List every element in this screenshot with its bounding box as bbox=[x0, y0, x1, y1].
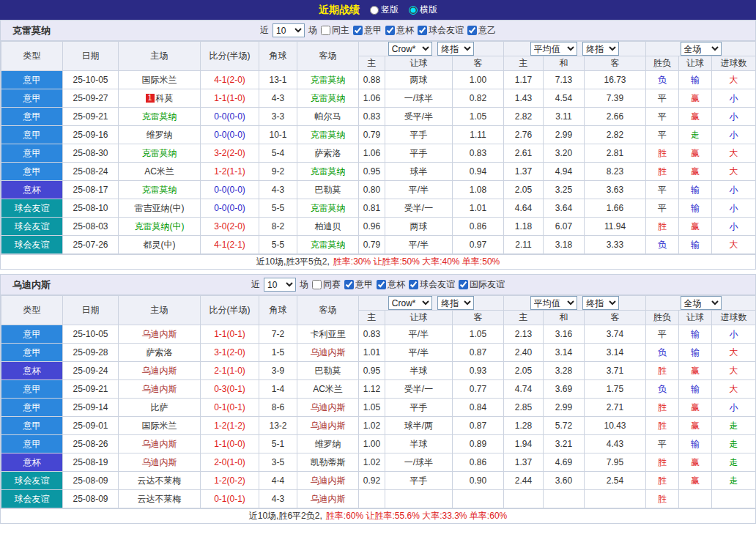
home-team[interactable]: 萨索洛 bbox=[119, 344, 201, 362]
score-cell[interactable]: 4-1(2-1) bbox=[201, 236, 259, 254]
home-team[interactable]: 克雷莫纳 bbox=[119, 181, 201, 199]
away-team[interactable]: 卡利亚里 bbox=[297, 325, 359, 344]
score-cell[interactable]: 0-0(0-0) bbox=[201, 108, 259, 126]
home-team[interactable]: AC米兰 bbox=[119, 163, 201, 181]
recent-count-select[interactable]: 10 bbox=[264, 278, 296, 292]
home-team[interactable]: 乌迪内斯 bbox=[119, 380, 201, 399]
score-cell[interactable]: 3-0(2-0) bbox=[201, 218, 259, 236]
score-cell[interactable]: 1-1(0-1) bbox=[201, 325, 259, 344]
home-team[interactable]: 乌迪内斯 bbox=[119, 435, 201, 453]
average-select[interactable]: 平均值 bbox=[530, 42, 577, 56]
score-cell[interactable]: 0-1(0-1) bbox=[201, 399, 259, 417]
home-team[interactable]: 国际米兰 bbox=[119, 417, 201, 435]
score-cell[interactable]: 0-3(0-1) bbox=[201, 380, 259, 399]
avg-odds-draw bbox=[544, 490, 585, 508]
home-team[interactable]: 云达不莱梅 bbox=[119, 490, 201, 508]
horizontal-radio-input[interactable] bbox=[409, 6, 418, 15]
score-cell[interactable]: 0-0(0-0) bbox=[201, 126, 259, 144]
away-team[interactable]: 柏迪贝 bbox=[297, 218, 359, 236]
score-cell[interactable]: 0-0(0-0) bbox=[201, 199, 259, 218]
away-team[interactable]: 巴勒莫 bbox=[297, 181, 359, 199]
checkbox-input[interactable] bbox=[377, 280, 386, 289]
score-cell[interactable]: 2-1(1-0) bbox=[201, 362, 259, 380]
filter-checkbox-意杯[interactable]: 意杯 bbox=[385, 24, 414, 37]
checkbox-input[interactable] bbox=[353, 26, 363, 35]
average-select[interactable]: 平均值 bbox=[530, 296, 577, 310]
score-cell[interactable]: 3-1(2-0) bbox=[201, 344, 259, 362]
checkbox-input[interactable] bbox=[459, 280, 468, 289]
home-team-name: 乌迪内斯 bbox=[142, 329, 177, 339]
checkbox-input[interactable] bbox=[312, 280, 322, 289]
away-team[interactable]: 帕尔马 bbox=[297, 108, 359, 126]
home-team[interactable]: 克雷莫纳(中) bbox=[119, 218, 201, 236]
home-team[interactable]: 克雷莫纳 bbox=[119, 108, 201, 126]
away-team[interactable]: 乌迪内斯 bbox=[297, 417, 359, 435]
score-cell[interactable]: 2-0(1-0) bbox=[201, 453, 259, 472]
score-cell[interactable]: 1-2(0-2) bbox=[201, 472, 259, 490]
odds-stage-select[interactable]: 终指 bbox=[437, 296, 474, 310]
score-cell[interactable]: 1-2(1-1) bbox=[201, 163, 259, 181]
home-team[interactable]: 乌迪内斯 bbox=[119, 325, 201, 344]
filter-checkbox-球会友谊[interactable]: 球会友谊 bbox=[418, 24, 464, 37]
filter-checkbox-意甲[interactable]: 意甲 bbox=[344, 278, 373, 291]
scope-select[interactable]: 全场 bbox=[681, 42, 722, 56]
home-team[interactable]: 雷吉亚纳(中) bbox=[119, 199, 201, 218]
away-team[interactable]: 维罗纳 bbox=[297, 435, 359, 453]
bookmaker-select[interactable]: Crow* bbox=[388, 42, 432, 56]
score-cell[interactable]: 0-1(0-1) bbox=[201, 490, 259, 508]
away-team[interactable]: 克雷莫纳 bbox=[297, 236, 359, 254]
away-team[interactable]: 萨索洛 bbox=[297, 144, 359, 163]
filter-checkbox-同赛[interactable]: 同赛 bbox=[312, 278, 341, 291]
away-team[interactable]: 乌迪内斯 bbox=[297, 472, 359, 490]
filter-checkbox-意乙[interactable]: 意乙 bbox=[467, 24, 496, 37]
away-team[interactable]: AC米兰 bbox=[297, 380, 359, 399]
home-team[interactable]: 1科莫 bbox=[119, 89, 201, 108]
away-team[interactable]: 克雷莫纳 bbox=[297, 199, 359, 218]
checkbox-input[interactable] bbox=[409, 280, 418, 289]
away-team[interactable]: 乌迪内斯 bbox=[297, 344, 359, 362]
away-team[interactable]: 乌迪内斯 bbox=[297, 490, 359, 508]
checkbox-input[interactable] bbox=[467, 26, 477, 35]
home-team[interactable]: 乌迪内斯 bbox=[119, 362, 201, 380]
checkbox-input[interactable] bbox=[385, 26, 395, 35]
checkbox-input[interactable] bbox=[321, 26, 330, 35]
filter-checkbox-意杯[interactable]: 意杯 bbox=[377, 278, 405, 291]
away-team[interactable]: 克雷莫纳 bbox=[297, 126, 359, 144]
layout-radio-horizontal[interactable]: 横版 bbox=[409, 4, 437, 16]
score-cell[interactable]: 1-1(1-0) bbox=[201, 89, 259, 108]
home-team[interactable]: 维罗纳 bbox=[119, 126, 201, 144]
score-cell[interactable]: 0-0(0-0) bbox=[201, 181, 259, 199]
home-team[interactable]: 比萨 bbox=[119, 399, 201, 417]
avg-stage-select[interactable]: 终指 bbox=[582, 42, 619, 56]
away-team[interactable]: 克雷莫纳 bbox=[297, 163, 359, 181]
avg-stage-select[interactable]: 终指 bbox=[582, 296, 619, 310]
score-cell[interactable]: 4-1(2-0) bbox=[201, 71, 259, 89]
bookmaker-select[interactable]: Crow* bbox=[388, 296, 432, 310]
home-team[interactable]: 都灵(中) bbox=[119, 236, 201, 254]
result-handicap: 输 bbox=[679, 236, 712, 254]
odds-stage-select[interactable]: 终指 bbox=[437, 42, 474, 56]
score-cell[interactable]: 1-1(0-0) bbox=[201, 435, 259, 453]
away-team[interactable]: 乌迪内斯 bbox=[297, 399, 359, 417]
away-team[interactable]: 巴勒莫 bbox=[297, 362, 359, 380]
score-cell[interactable]: 3-2(2-0) bbox=[201, 144, 259, 163]
filter-checkbox-国际友谊[interactable]: 国际友谊 bbox=[459, 278, 505, 291]
checkbox-input[interactable] bbox=[418, 26, 427, 35]
away-team[interactable]: 克雷莫纳 bbox=[297, 71, 359, 89]
checkbox-input[interactable] bbox=[344, 280, 354, 289]
filter-checkbox-意甲[interactable]: 意甲 bbox=[353, 24, 382, 37]
home-team[interactable]: 乌迪内斯 bbox=[119, 453, 201, 472]
filter-checkbox-球会友谊[interactable]: 球会友谊 bbox=[409, 278, 455, 291]
scope-select[interactable]: 全场 bbox=[681, 296, 722, 310]
filter-checkbox-同主[interactable]: 同主 bbox=[321, 24, 349, 37]
recent-count-select[interactable]: 10 bbox=[273, 23, 305, 37]
away-team[interactable]: 克雷莫纳 bbox=[297, 89, 359, 108]
home-team[interactable]: 克雷莫纳 bbox=[119, 144, 201, 163]
home-team[interactable]: 国际米兰 bbox=[119, 71, 201, 89]
layout-radio-vertical[interactable]: 竖版 bbox=[370, 4, 399, 16]
checkbox-label: 同赛 bbox=[323, 278, 341, 291]
vertical-radio-input[interactable] bbox=[370, 6, 379, 15]
home-team[interactable]: 云达不莱梅 bbox=[119, 472, 201, 490]
score-cell[interactable]: 1-2(1-2) bbox=[201, 417, 259, 435]
away-team[interactable]: 凯勒蒂斯 bbox=[297, 453, 359, 472]
